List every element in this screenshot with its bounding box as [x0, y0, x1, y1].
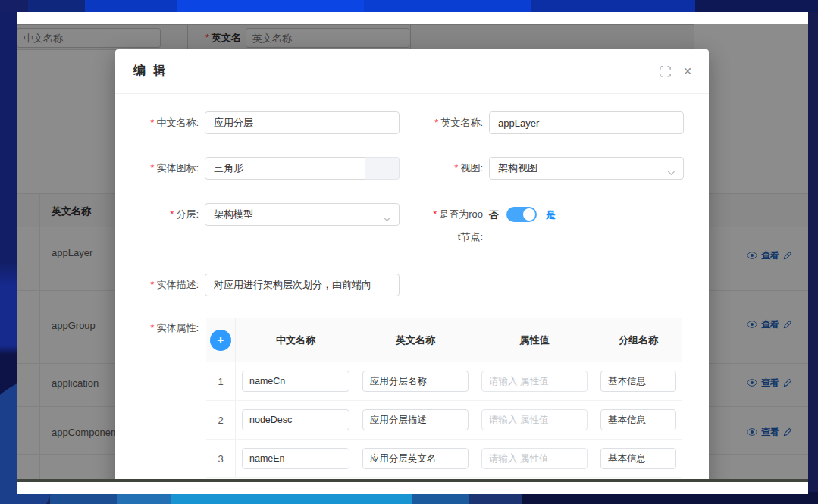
wallpaper-top-band [0, 0, 818, 12]
page-content: 英文名 英文名称 appLayer appGroup application a… [17, 24, 808, 479]
cn-name-input[interactable] [205, 111, 400, 134]
en-name-input[interactable] [489, 111, 684, 134]
attr-value-input[interactable]: 请输入 属性值 [481, 448, 588, 469]
attr-en-input[interactable]: 应用分层英文名 [362, 448, 469, 469]
layer-label: 分层: [115, 203, 199, 226]
app-window: 英文名 英文名称 appLayer appGroup application a… [17, 12, 808, 494]
wallpaper-right-strip [808, 12, 818, 492]
attr-value-input[interactable]: 请输入 属性值 [481, 409, 588, 430]
attribute-row: 1 nameCn 应用分层名称 请输入 属性值 基本信息 [206, 362, 682, 401]
view-select[interactable] [489, 157, 684, 180]
row-index: 1 [206, 362, 236, 400]
attribute-table-header: + 中文名称 英文名称 属性值 分组名称 [206, 318, 682, 362]
header-en-name: 英文名称 [356, 318, 475, 362]
row-index: 2 [206, 401, 236, 439]
attr-value-input[interactable]: 请输入 属性值 [481, 371, 588, 392]
attributes-label: 实体属性: [115, 317, 199, 340]
attribute-table: + 中文名称 英文名称 属性值 分组名称 1 nameCn 应用分层名称 请输入… [206, 318, 682, 478]
modal-title: 编 辑 [133, 63, 168, 79]
header-attr-value: 属性值 [475, 318, 594, 362]
description-input[interactable] [205, 274, 400, 296]
description-label: 实体描述: [115, 274, 199, 296]
toggle-knob [523, 208, 535, 221]
header-group-name: 分组名称 [594, 318, 682, 362]
is-root-toggle[interactable] [506, 207, 537, 222]
is-root-label-line1: 是否为roo [403, 208, 483, 221]
desktop: 英文名 英文名称 appLayer appGroup application a… [0, 0, 818, 504]
entity-icon-label: 实体图标: [115, 157, 199, 180]
close-icon[interactable]: ✕ [683, 65, 692, 77]
attribute-row: 3 nameEn 应用分层英文名 请输入 属性值 基本信息 [206, 440, 682, 478]
attr-cn-input[interactable]: nameEn [242, 448, 349, 469]
attr-en-input[interactable]: 应用分层描述 [362, 409, 469, 430]
entity-icon-input[interactable] [205, 157, 366, 180]
add-attribute-button[interactable]: + [210, 330, 231, 351]
window-top-strip [17, 12, 808, 24]
en-name-label: 英文名称: [403, 111, 483, 134]
window-bottom-strip [17, 482, 808, 494]
view-label: 视图: [403, 157, 483, 180]
cn-name-label: 中文名称: [115, 111, 199, 134]
toggle-off-text: 否 [489, 208, 499, 222]
entity-icon-addon[interactable] [365, 157, 400, 180]
attribute-row: 2 nodeDesc 应用分层描述 请输入 属性值 基本信息 [206, 401, 682, 440]
attr-group-input[interactable]: 基本信息 [600, 409, 676, 430]
attr-cn-input[interactable]: nodeDesc [242, 409, 349, 430]
edit-modal: 编 辑 ✕ 中文名称: 英文名称: 实体图标: 视图: [115, 49, 709, 479]
row-index: 3 [206, 440, 236, 477]
fullscreen-icon[interactable] [660, 66, 671, 77]
attr-cn-input[interactable]: nameCn [242, 371, 349, 392]
toggle-on-text: 是 [546, 208, 556, 222]
attr-group-input[interactable]: 基本信息 [600, 371, 676, 392]
header-cn-name: 中文名称 [236, 318, 356, 362]
layer-select[interactable] [205, 203, 400, 226]
is-root-label-line2: t节点: [403, 231, 483, 243]
attr-group-input[interactable]: 基本信息 [600, 448, 676, 469]
attr-en-input[interactable]: 应用分层名称 [362, 371, 469, 392]
divider [115, 93, 709, 94]
